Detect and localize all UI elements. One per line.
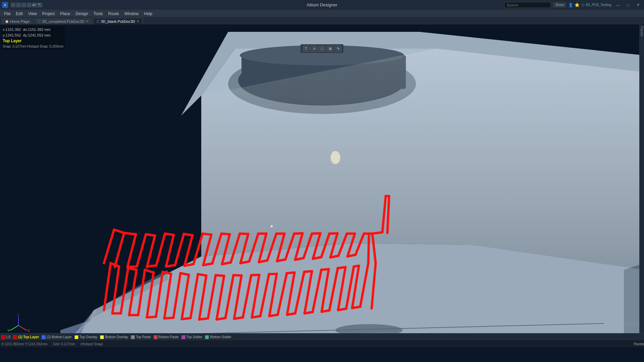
- x-coord: x:1151.382 dx:1151.382 mm: [3, 27, 63, 33]
- tab-completed-icon: ⬡: [38, 19, 41, 23]
- menu-help[interactable]: Help: [141, 11, 155, 17]
- info-overlay: x:1151.382 dx:1151.382 mm y:1241.552 dy:…: [1, 26, 65, 50]
- svg-line-41: [199, 318, 208, 319]
- svg-line-102: [221, 234, 230, 234]
- layer-top-overlay-text: Top Overlay: [79, 335, 97, 339]
- layer-bottom-solder[interactable]: Bottom Solder: [205, 335, 231, 339]
- tb-undo[interactable]: ↩: [32, 3, 37, 7]
- menu-tools[interactable]: Tools: [91, 11, 106, 17]
- svg-text:Y: Y: [7, 329, 10, 333]
- svg-line-29: [147, 317, 156, 317]
- menu-route[interactable]: Route: [106, 11, 122, 17]
- svg-line-116: [277, 259, 285, 261]
- svg-line-53: [252, 316, 260, 317]
- layer-bottom-color: [42, 335, 46, 339]
- tb-saveall[interactable]: [27, 3, 32, 7]
- grid-display: Grid: 0.127mm: [53, 342, 75, 346]
- tab-completed-close[interactable]: ✕: [86, 19, 89, 23]
- layer-top-solder[interactable]: Top Solder: [181, 335, 203, 339]
- svg-line-33: [164, 318, 173, 318]
- titlebar-tools: Share 👤 ⭐ ⬡ 3D_PCB_Testing: [504, 2, 612, 8]
- layer-ls-color: [1, 335, 5, 339]
- tab-blank[interactable]: ⬡ 3D_blank.PcbDoc3D ✕: [93, 18, 143, 24]
- svg-line-90: [165, 234, 174, 235]
- svg-point-143: [330, 151, 340, 164]
- tb-redo[interactable]: ↪: [38, 3, 42, 7]
- ftb-text[interactable]: T: [302, 45, 310, 52]
- layer-bottom-overlay-text: Bottom Overlay: [105, 335, 128, 339]
- menu-view[interactable]: View: [25, 11, 40, 17]
- status-bar: LS (1) Top Layer (2) Bottom Layer Top Ov…: [0, 333, 644, 341]
- tab-home[interactable]: 🏠 Home Page: [1, 18, 33, 24]
- layer-top-text: (1) Top Layer: [18, 335, 39, 339]
- svg-text:X: X: [28, 329, 30, 333]
- ftb-grid[interactable]: ⊞: [326, 45, 334, 52]
- menu-edit[interactable]: Edit: [13, 11, 25, 17]
- svg-line-39: [198, 274, 206, 276]
- maximize-button[interactable]: □: [623, 2, 633, 8]
- main-area: x:1151.382 dx:1151.382 mm y:1241.552 dy:…: [0, 25, 644, 347]
- menu-file[interactable]: File: [1, 11, 13, 17]
- tab-blank-close[interactable]: ✕: [137, 19, 139, 23]
- svg-line-92: [166, 265, 175, 266]
- svg-line-69: [322, 310, 329, 312]
- svg-line-142: [387, 196, 389, 233]
- layer-top-color: [13, 335, 17, 339]
- svg-line-135: [368, 234, 369, 263]
- tb-save[interactable]: [21, 3, 26, 7]
- svg-line-77: [352, 307, 360, 308]
- minimize-button[interactable]: —: [613, 2, 623, 8]
- svg-line-94: [184, 234, 193, 235]
- tab-home-icon: 🏠: [5, 20, 9, 23]
- svg-line-96: [184, 264, 194, 266]
- tab-bar: 🏠 Home Page ⬡ 3D_completed.PcbDoc3D ✕ ⬡ …: [0, 17, 644, 25]
- layer-top-overlay[interactable]: Top Overlay: [74, 335, 97, 339]
- coord-display: X:1151.382mm Y:1241.552mm: [1, 342, 48, 346]
- menu-design[interactable]: Design: [73, 11, 91, 17]
- menu-place[interactable]: Place: [57, 11, 73, 17]
- profile-icon2: ⭐: [575, 3, 580, 7]
- layer-top-paste-text: Top Paste: [136, 335, 151, 339]
- app-title: Altium Designer: [307, 2, 337, 7]
- close-button[interactable]: ✕: [633, 2, 643, 8]
- titlebar-right: Share 👤 ⭐ ⬡ 3D_PCB_Testing — □ ✕: [504, 2, 644, 8]
- layer-bottom[interactable]: (2) Bottom Layer: [42, 335, 71, 339]
- layer-top[interactable]: (1) Top Layer: [13, 335, 39, 339]
- layer-bottom-overlay[interactable]: Bottom Overlay: [100, 335, 128, 339]
- svg-line-82: [124, 233, 136, 234]
- tb-new[interactable]: [11, 3, 15, 7]
- ftb-box[interactable]: □: [318, 45, 326, 52]
- layer-top-paste-color: [131, 335, 135, 339]
- workspace-icon: ⬡: [582, 3, 585, 7]
- svg-line-47: [233, 275, 241, 276]
- pcb-3d-scene[interactable]: x:1151.382 dx:1151.382 mm y:1241.552 dy:…: [0, 25, 644, 347]
- panels-right[interactable]: Panels: [634, 342, 644, 346]
- layer-ls[interactable]: LS: [1, 335, 10, 339]
- svg-line-100: [203, 263, 212, 265]
- tab-completed[interactable]: ⬡ 3D_completed.PcbDoc3D ✕: [34, 18, 92, 24]
- layer-bottom-text: (2) Bottom Layer: [47, 335, 71, 339]
- floating-toolbar: T ↗ □ ⊞ ✎: [301, 44, 343, 53]
- svg-line-108: [240, 261, 249, 263]
- titlebar-left: A ↩ ↪: [0, 2, 42, 8]
- layer-bottom-paste[interactable]: Bottom Paste: [154, 335, 179, 339]
- ftb-edit[interactable]: ✎: [334, 45, 342, 52]
- tb-open[interactable]: [16, 3, 21, 7]
- layer-top-solder-text: Top Solder: [186, 335, 203, 339]
- search-input[interactable]: [504, 2, 551, 8]
- active-layer-label: Top Layer: [3, 38, 63, 44]
- title-bar: A ↩ ↪ Altium Designer Share 👤 ⭐ ⬡ 3D_PCB…: [0, 0, 644, 10]
- layer-bottom-solder-text: Bottom Solder: [210, 335, 231, 339]
- share-button[interactable]: Share: [553, 2, 566, 7]
- menu-window[interactable]: Window: [122, 11, 142, 17]
- ftb-arrow[interactable]: ↗: [310, 45, 318, 52]
- layer-ls-text: LS: [6, 335, 10, 339]
- menu-project[interactable]: Project: [40, 11, 57, 17]
- svg-line-65: [305, 312, 313, 313]
- svg-line-88: [147, 265, 156, 266]
- svg-line-73: [338, 309, 346, 310]
- svg-line-57: [269, 315, 278, 316]
- layer-top-paste[interactable]: Top Paste: [131, 335, 151, 339]
- workspace-label: ⬡ 3D_PCB_Testing: [582, 3, 611, 7]
- panels-label[interactable]: Panels: [640, 26, 644, 37]
